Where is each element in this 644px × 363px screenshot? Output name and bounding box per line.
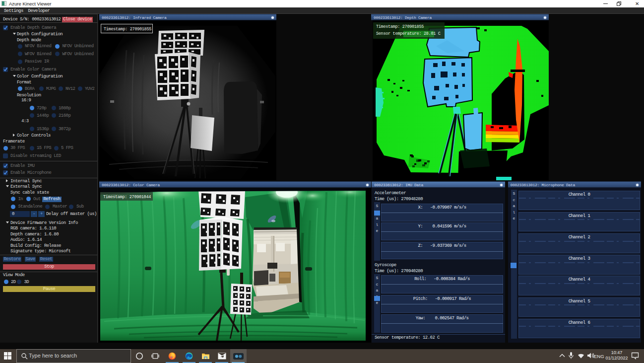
svg-text:Sensor temperature: 28.01 C: Sensor temperature: 28.01 C (376, 31, 441, 36)
svg-text:Timestamp: 270901044: Timestamp: 270901044 (103, 195, 151, 200)
svg-text:Timestamp: 270901855: Timestamp: 270901855 (104, 27, 151, 32)
svg-text:Timestamp: 270901855: Timestamp: 270901855 (376, 24, 424, 29)
